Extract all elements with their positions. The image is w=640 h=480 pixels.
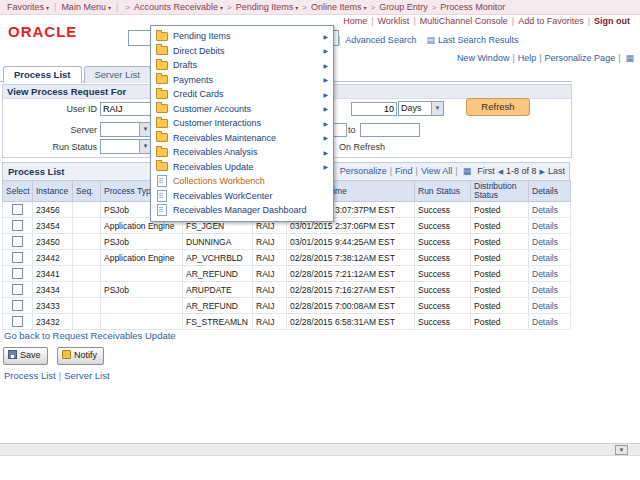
breadcrumb-item[interactable]: Process Monitor: [440, 2, 505, 12]
menu-item[interactable]: Direct Debits▶: [151, 44, 333, 59]
row-select-checkbox[interactable]: [12, 300, 23, 311]
table-row: 23450PSJobDUNNINGARAIJ03/01/2015 9:44:25…: [3, 234, 571, 250]
details-link[interactable]: Details: [532, 221, 558, 231]
menu-item[interactable]: Receivables Manager Dashboard: [151, 203, 333, 218]
tab-process-list[interactable]: Process List: [3, 66, 82, 83]
page-icon: [157, 190, 167, 202]
find-link[interactable]: Find: [395, 166, 413, 176]
menu-item[interactable]: Receivables WorkCenter: [151, 189, 333, 204]
server-select[interactable]: ▼: [100, 122, 152, 137]
breadcrumb-item[interactable]: Accounts Receivable▾: [134, 2, 223, 12]
go-back-link[interactable]: Go back to Request Receivables Update: [4, 330, 176, 341]
menu-item[interactable]: Receivables Analysis▶: [151, 145, 333, 160]
last-days-input[interactable]: [351, 102, 397, 116]
menu-item[interactable]: Receivables Maintenance▶: [151, 131, 333, 146]
download-grid-icon[interactable]: ▦: [463, 166, 472, 176]
footer-link[interactable]: Server List: [64, 370, 109, 381]
menu-item-label: Pending Items: [173, 31, 231, 41]
breadcrumb-item[interactable]: Online Items▾: [311, 2, 367, 12]
details-link[interactable]: Details: [532, 205, 558, 215]
cell-distribution-status: Posted: [471, 202, 529, 218]
details-link[interactable]: Details: [532, 301, 558, 311]
cell-process-type: [101, 266, 183, 282]
breadcrumb-item[interactable]: Favorites▾: [7, 2, 49, 12]
next-page-icon[interactable]: ▶: [540, 168, 545, 175]
view-all-link[interactable]: View All: [421, 166, 452, 176]
details-link[interactable]: Details: [532, 269, 558, 279]
row-select-checkbox[interactable]: [12, 316, 23, 327]
tab-server-list[interactable]: Server List: [84, 66, 151, 83]
last-link[interactable]: Last: [548, 166, 565, 176]
page-link[interactable]: Help: [518, 53, 537, 63]
top-link[interactable]: MultiChannel Console: [420, 16, 508, 26]
instance-to-input[interactable]: [360, 123, 420, 137]
menu-item[interactable]: Pending Items▶: [151, 29, 333, 44]
row-select-checkbox[interactable]: [12, 268, 23, 279]
cell-run-status: Success: [415, 250, 471, 266]
menu-item[interactable]: Collections Workbench: [151, 174, 333, 189]
menu-item[interactable]: Credit Cards▶: [151, 87, 333, 102]
personalize-link[interactable]: Personalize: [340, 166, 387, 176]
cell-user: RAIJ: [253, 250, 287, 266]
page-options-icon[interactable]: ▦: [625, 53, 634, 63]
run-status-select[interactable]: ▼: [100, 139, 152, 154]
first-link[interactable]: First: [477, 166, 495, 176]
row-select-checkbox[interactable]: [12, 252, 23, 263]
select-cell: [3, 218, 33, 234]
breadcrumb-item[interactable]: Main Menu▾: [61, 2, 111, 12]
bottom-scrollbar[interactable]: [0, 443, 640, 456]
details-link[interactable]: Details: [532, 317, 558, 327]
menu-item[interactable]: Receivables Update▶: [151, 160, 333, 175]
row-select-checkbox[interactable]: [12, 236, 23, 247]
last-search-results-link[interactable]: Last Search Results: [438, 35, 519, 45]
row-select-checkbox[interactable]: [12, 204, 23, 215]
menu-item[interactable]: Drafts▶: [151, 58, 333, 73]
top-link[interactable]: Worklist: [378, 16, 410, 26]
save-icon: [8, 350, 17, 359]
separator: |: [371, 16, 373, 26]
folder-icon: [156, 46, 168, 55]
cell-process-name: AR_REFUND: [183, 298, 253, 314]
select-cell: [3, 234, 33, 250]
menu-item[interactable]: Customer Accounts▶: [151, 102, 333, 117]
cell-process-type: PSJob: [101, 282, 183, 298]
row-select-checkbox[interactable]: [12, 220, 23, 231]
days-select[interactable]: Days▼: [398, 101, 444, 116]
breadcrumb-label: Main Menu: [61, 2, 106, 12]
breadcrumb-item[interactable]: Pending Items▾: [236, 2, 299, 12]
cell-instance: 23442: [33, 250, 73, 266]
menu-item[interactable]: Customer Interactions▶: [151, 116, 333, 131]
top-link[interactable]: Home: [343, 16, 367, 26]
details-link[interactable]: Details: [532, 253, 558, 263]
separator: |: [618, 53, 620, 63]
breadcrumb-item[interactable]: Group Entry: [379, 2, 428, 12]
details-cell: Details: [529, 250, 571, 266]
details-link[interactable]: Details: [532, 285, 558, 295]
footer-link[interactable]: Process List: [4, 370, 56, 381]
separator: |: [59, 370, 61, 381]
user-id-input[interactable]: [100, 102, 152, 116]
submenu-arrow-icon: ▶: [323, 163, 328, 170]
save-button[interactable]: Save: [3, 347, 48, 365]
select-arrow-icon: ▼: [431, 102, 443, 115]
row-select-checkbox[interactable]: [12, 284, 23, 295]
menu-item-label: Direct Debits: [173, 46, 225, 56]
page-link[interactable]: Personalize Page: [545, 53, 616, 63]
cell-distribution-status: Posted: [471, 218, 529, 234]
previous-page-icon[interactable]: ◀: [498, 168, 503, 175]
cell-instance: 23454: [33, 218, 73, 234]
advanced-search-link[interactable]: Advanced Search: [345, 35, 416, 45]
top-link[interactable]: Add to Favorites: [518, 16, 584, 26]
notify-button[interactable]: Notify: [57, 347, 104, 365]
scroll-down-icon[interactable]: ▼: [615, 445, 628, 455]
refresh-button[interactable]: Refresh: [466, 98, 530, 116]
menu-item[interactable]: Payments▶: [151, 73, 333, 88]
menu-item-label: Receivables Analysis: [173, 147, 258, 157]
sign-out-link[interactable]: Sign out: [594, 16, 630, 26]
breadcrumb-divider: |: [116, 2, 118, 12]
menu-item-label: Receivables Update: [173, 162, 254, 172]
cell-seq: [73, 314, 101, 330]
details-link[interactable]: Details: [532, 237, 558, 247]
page-link[interactable]: New Window: [457, 53, 510, 63]
cell-run-datetime: 02/28/2015 7:00:08AM EST: [287, 298, 415, 314]
